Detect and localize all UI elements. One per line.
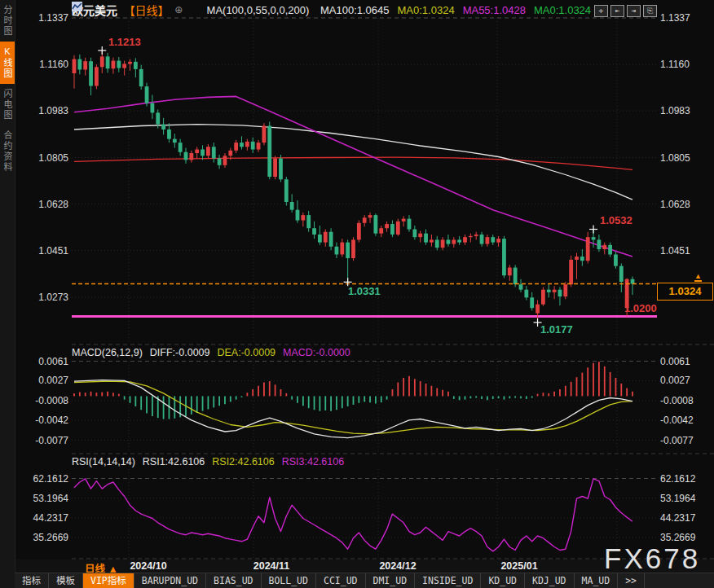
tab-INSIDE_UD[interactable]: INSIDE_UD xyxy=(415,573,481,588)
price-annotation: 1.0331 xyxy=(348,285,381,297)
price-annotation: 1.0532 xyxy=(600,214,632,226)
legend-value: RSI2:42.6106 xyxy=(212,456,274,467)
ma-value: MA0:1.0324 xyxy=(398,4,455,16)
tab-BIAS_UD[interactable]: BIAS_UD xyxy=(206,573,261,588)
add-indicator-icon[interactable]: ⊕ xyxy=(174,4,183,15)
tab->>[interactable]: >> xyxy=(618,573,645,588)
tab-BOLL_UD[interactable]: BOLL_UD xyxy=(262,573,316,588)
tab-KDJ_UD[interactable]: KDJ_UD xyxy=(525,573,575,588)
sidebar-item-合约资料[interactable]: 合约资料 xyxy=(0,125,15,178)
ma-settings: MA(100,0,55,0,0,200) xyxy=(207,4,310,16)
ma-value: MA0:1.0324 xyxy=(534,4,591,16)
tab-MA_UD[interactable]: MA_UD xyxy=(575,573,619,588)
detach-icon[interactable]: ⎘ xyxy=(643,5,657,17)
chart-header: 欧元美元 【日线】 ⊕ MA(100,0,55,0,0,200) MA100:1… xyxy=(72,2,591,16)
tab-DMI_UD[interactable]: DMI_UD xyxy=(366,573,416,588)
tab-BARUPDN_UD[interactable]: BARUPDN_UD xyxy=(134,573,206,588)
ma-value: MA100:1.0645 xyxy=(320,4,390,16)
price-annotation: 1.0177 xyxy=(540,323,573,336)
period-tag: 【日线】 xyxy=(124,4,170,17)
sidebar-item-K线图[interactable]: K线图 xyxy=(0,42,15,84)
axis-left-icon[interactable]: ⇤ xyxy=(610,5,624,17)
ma-values: MA100:1.0645MA0:1.0324MA55:1.0428MA0:1.0… xyxy=(312,3,591,15)
ma-value: MA55:1.0428 xyxy=(463,4,526,16)
legend-value: RSI3:42.6106 xyxy=(282,456,344,467)
tab-模板[interactable]: 模板 xyxy=(49,573,83,588)
tab-VIP指标[interactable]: VIP指标 xyxy=(83,573,134,588)
rsi-title: RSI(14,14,14) xyxy=(72,456,135,467)
macd-header: MACD(26,12,9)DIFF:-0.0009DEA:-0.0009MACD… xyxy=(72,347,365,358)
sidebar: 分时图K线图闪电图合约资料 xyxy=(0,0,15,588)
month-label: 2024/11 xyxy=(253,560,290,572)
month-label: 2024/10 xyxy=(130,560,166,572)
legend-value: DIFF:-0.0009 xyxy=(150,347,210,358)
rsi-header: RSI(14,14,14)RSI1:42.6106RSI2:42.6106RSI… xyxy=(72,456,359,467)
trading-app: 分时图K线图闪电图合约资料 ⤢ 欧元美元 【日线】 ⊕ MA(100,0,55,… xyxy=(0,0,714,588)
legend-value: MACD:-0.0000 xyxy=(283,347,350,358)
price-annotation: 1.1213 xyxy=(108,36,141,48)
tab-指标[interactable]: 指标 xyxy=(15,573,49,588)
month-label: 2024/12 xyxy=(379,560,416,572)
watermark: FX678 xyxy=(604,542,700,575)
tab-CCI_UD[interactable]: CCI_UD xyxy=(316,573,366,588)
current-price-tag: 1.0324 xyxy=(657,283,713,301)
sidebar-item-闪电图[interactable]: 闪电图 xyxy=(0,84,15,125)
header-toolbar: ✛⇤⇥⎘ xyxy=(592,2,657,17)
bottom-tab-bar: 指标模板VIP指标BARUPDN_UDBIAS_UDBOLL_UDCCI_UDD… xyxy=(15,573,714,588)
crosshair-icon[interactable]: ✛ xyxy=(594,5,608,17)
legend-value: DEA:-0.0009 xyxy=(217,347,275,358)
indicator-badge-icon[interactable] xyxy=(190,5,201,15)
sidebar-item-分时图[interactable]: 分时图 xyxy=(0,0,15,42)
macd-title: MACD(26,12,9) xyxy=(72,347,143,358)
month-label: 2025/01 xyxy=(500,560,537,572)
tab-KD_UD[interactable]: KD_UD xyxy=(481,573,525,588)
axis-right-icon[interactable]: ⇥ xyxy=(627,5,641,17)
scroll-latest-icon[interactable]: ▲ xyxy=(694,273,702,282)
legend-value: RSI1:42.6106 xyxy=(143,456,205,467)
price-annotation: 1.0200 xyxy=(624,302,657,314)
